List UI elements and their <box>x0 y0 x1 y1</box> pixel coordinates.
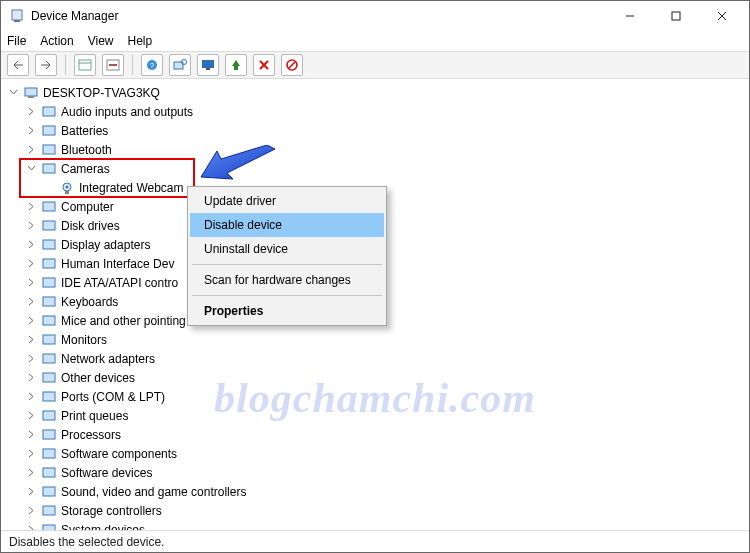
collapse-icon[interactable] <box>7 87 19 99</box>
disable-button[interactable] <box>281 54 303 76</box>
expand-icon[interactable] <box>25 353 37 365</box>
svg-text:?: ? <box>150 61 155 70</box>
menu-file[interactable]: File <box>7 34 26 48</box>
expand-icon[interactable] <box>25 315 37 327</box>
tree-item-label: System devices <box>61 523 145 531</box>
expand-icon[interactable] <box>25 467 37 479</box>
cm-scan-hardware[interactable]: Scan for hardware changes <box>190 268 384 292</box>
menu-action[interactable]: Action <box>40 34 73 48</box>
tree-item[interactable]: Bluetooth <box>5 140 749 159</box>
device-tree[interactable]: DESKTOP-TVAG3KQ Audio inputs and outputs… <box>1 79 749 530</box>
expand-icon[interactable] <box>25 258 37 270</box>
cm-properties[interactable]: Properties <box>190 299 384 323</box>
tree-item-label: Monitors <box>61 333 107 347</box>
tree-item-label: Human Interface Dev <box>61 257 174 271</box>
menu-view[interactable]: View <box>88 34 114 48</box>
tree-item-label: Keyboards <box>61 295 118 309</box>
tree-item[interactable]: Print queues <box>5 406 749 425</box>
computer-icon <box>23 85 39 101</box>
monitor-button[interactable] <box>197 54 219 76</box>
tree-item[interactable]: Audio inputs and outputs <box>5 102 749 121</box>
expand-icon[interactable] <box>25 486 37 498</box>
device-category-icon <box>41 199 57 215</box>
tree-item[interactable]: Ports (COM & LPT) <box>5 387 749 406</box>
cm-disable-device[interactable]: Disable device <box>190 213 384 237</box>
webcam-icon <box>59 180 75 196</box>
tree-item[interactable]: System devices <box>5 520 749 530</box>
minimize-button[interactable] <box>607 2 653 30</box>
expand-icon[interactable] <box>25 239 37 251</box>
maximize-button[interactable] <box>653 2 699 30</box>
svg-rect-19 <box>234 66 238 70</box>
expand-icon[interactable] <box>25 296 37 308</box>
device-category-icon <box>41 408 57 424</box>
tree-item[interactable]: Software devices <box>5 463 749 482</box>
expand-icon[interactable] <box>25 448 37 460</box>
tree-item[interactable]: Cameras <box>5 159 749 178</box>
svg-rect-46 <box>43 449 55 458</box>
svg-rect-16 <box>202 60 214 68</box>
app-icon <box>9 8 25 24</box>
expand-icon[interactable] <box>25 372 37 384</box>
tree-item[interactable]: Software components <box>5 444 749 463</box>
back-button[interactable] <box>7 54 29 76</box>
tree-item-label: Audio inputs and outputs <box>61 105 193 119</box>
tree-item[interactable]: Sound, video and game controllers <box>5 482 749 501</box>
tree-item[interactable]: Other devices <box>5 368 749 387</box>
svg-rect-48 <box>43 487 55 496</box>
help-button[interactable]: ? <box>141 54 163 76</box>
statusbar: Disables the selected device. <box>1 530 749 552</box>
properties-button[interactable] <box>102 54 124 76</box>
svg-rect-37 <box>43 278 55 287</box>
menu-help[interactable]: Help <box>128 34 153 48</box>
expand-icon[interactable] <box>25 106 37 118</box>
expand-icon[interactable] <box>25 334 37 346</box>
tree-item-label: Processors <box>61 428 121 442</box>
svg-rect-35 <box>43 240 55 249</box>
svg-rect-25 <box>28 96 34 98</box>
tree-item[interactable]: Batteries <box>5 121 749 140</box>
show-hidden-button[interactable] <box>74 54 96 76</box>
svg-marker-18 <box>232 60 240 66</box>
toolbar: ? <box>1 51 749 79</box>
device-category-icon <box>41 218 57 234</box>
tree-root[interactable]: DESKTOP-TVAG3KQ <box>5 83 749 102</box>
device-category-icon <box>41 142 57 158</box>
tree-item[interactable]: Storage controllers <box>5 501 749 520</box>
expand-icon[interactable] <box>25 410 37 422</box>
device-category-icon <box>41 484 57 500</box>
uninstall-button[interactable] <box>253 54 275 76</box>
expand-icon[interactable] <box>25 277 37 289</box>
tree-item-label: Batteries <box>61 124 108 138</box>
device-category-icon <box>41 256 57 272</box>
expand-icon[interactable] <box>25 125 37 137</box>
tree-item-label: Software components <box>61 447 177 461</box>
svg-rect-39 <box>43 316 55 325</box>
scan-hardware-button[interactable] <box>169 54 191 76</box>
close-button[interactable] <box>699 2 745 30</box>
cm-uninstall-device[interactable]: Uninstall device <box>190 237 384 261</box>
svg-point-31 <box>66 185 69 188</box>
update-driver-button[interactable] <box>225 54 247 76</box>
cm-separator <box>192 264 382 265</box>
cm-update-driver[interactable]: Update driver <box>190 189 384 213</box>
device-category-icon <box>41 427 57 443</box>
expand-icon[interactable] <box>25 220 37 232</box>
tree-item[interactable]: Processors <box>5 425 749 444</box>
tree-item-label: Ports (COM & LPT) <box>61 390 165 404</box>
forward-button[interactable] <box>35 54 57 76</box>
tree-root-label: DESKTOP-TVAG3KQ <box>43 86 160 100</box>
collapse-icon[interactable] <box>25 163 37 175</box>
context-menu: Update driver Disable device Uninstall d… <box>187 186 387 326</box>
expand-icon[interactable] <box>25 505 37 517</box>
expand-icon[interactable] <box>25 429 37 441</box>
device-category-icon <box>41 351 57 367</box>
expand-icon[interactable] <box>25 144 37 156</box>
expand-icon[interactable] <box>25 391 37 403</box>
tree-item[interactable]: Network adapters <box>5 349 749 368</box>
tree-item-label: Mice and other pointing <box>61 314 186 328</box>
expand-icon[interactable] <box>25 524 37 531</box>
expand-icon[interactable] <box>25 201 37 213</box>
device-category-icon <box>41 503 57 519</box>
tree-item[interactable]: Monitors <box>5 330 749 349</box>
